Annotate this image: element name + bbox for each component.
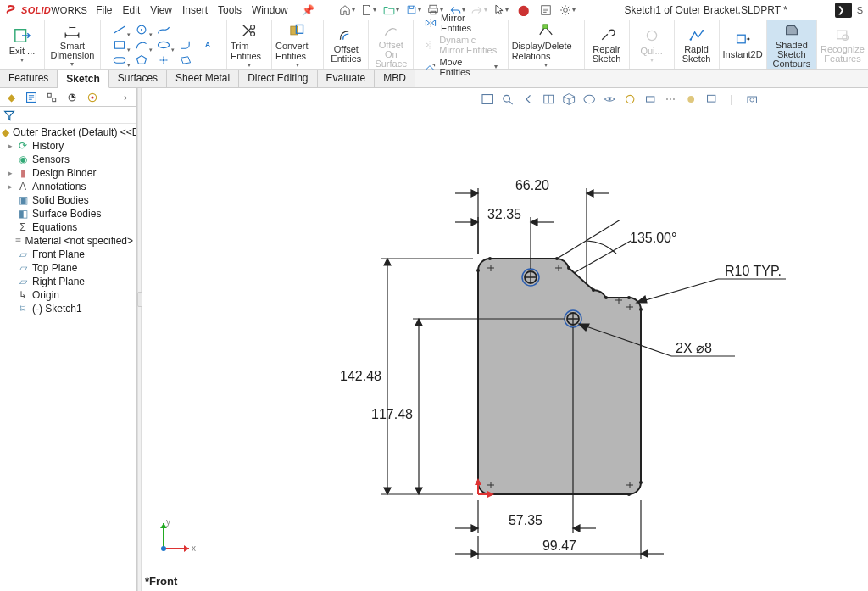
tree-annotations[interactable]: ▸AAnnotations	[0, 180, 136, 193]
smart-dimension-button[interactable]: ⟷ Smart Dimension	[48, 22, 97, 60]
svg-point-11	[158, 42, 169, 47]
tree-sensors[interactable]: ◉Sensors	[0, 153, 136, 166]
spline-tool-icon[interactable]	[155, 23, 172, 36]
tab-sheet-metal[interactable]: Sheet Metal	[167, 70, 239, 87]
exit-sketch-button[interactable]: Exit ...	[3, 26, 41, 56]
convert-entities-button[interactable]: Convert Entities	[275, 21, 320, 61]
display-delete-relations-button[interactable]: Display/Delete Relations	[512, 21, 581, 61]
svg-point-21	[647, 31, 656, 40]
dim-height-1[interactable]: 142.48	[340, 259, 473, 494]
menu-insert[interactable]: Insert	[182, 4, 208, 16]
tab-surfaces[interactable]: Surfaces	[109, 70, 167, 87]
tree-solid-bodies[interactable]: ▣Solid Bodies	[0, 193, 136, 207]
svg-text:135.00°: 135.00°	[630, 231, 676, 245]
rapid-sketch-button[interactable]: RapidSketch	[678, 25, 715, 64]
fillet-tool-icon[interactable]	[177, 38, 194, 52]
pin-icon[interactable]: 📌	[302, 4, 314, 16]
tree-right-plane[interactable]: ▱Right Plane	[0, 275, 136, 288]
svg-marker-66	[587, 190, 593, 197]
settings-icon[interactable]: ▾	[559, 2, 577, 19]
save-icon[interactable]: ▾	[404, 2, 423, 19]
point-tool-icon[interactable]	[155, 53, 172, 67]
tab-direct-editing[interactable]: Direct Editing	[239, 70, 317, 87]
shaded-sketch-contours-button[interactable]: Shaded SketchContours	[771, 21, 813, 69]
filter-row[interactable]	[0, 107, 136, 124]
relations-icon	[536, 21, 556, 40]
tab-sketch[interactable]: Sketch	[58, 70, 108, 88]
redo-icon[interactable]: ▾	[470, 2, 489, 19]
move-entities-button[interactable]: Move Entities▾	[424, 57, 497, 77]
view-label: *Front	[145, 575, 177, 588]
ellipse-tool-icon[interactable]: ▾	[155, 38, 172, 52]
sketch-canvas: 66.20 32.35 135.00°	[142, 88, 868, 591]
annotations-icon: A	[17, 181, 29, 192]
search-button[interactable]: S	[857, 5, 863, 15]
menu-edit[interactable]: Edit	[123, 4, 141, 16]
svg-text:32.35: 32.35	[487, 207, 521, 221]
instant2d-icon	[732, 30, 753, 48]
binder-icon: ▮	[17, 167, 29, 179]
display-manager-tab-icon[interactable]	[85, 90, 100, 105]
dim-angle[interactable]: 135.00°	[557, 220, 676, 273]
menu-file[interactable]: File	[96, 4, 112, 16]
menu-tools[interactable]: Tools	[218, 4, 242, 16]
instant2d-button[interactable]: Instant2D	[723, 30, 763, 59]
print-icon[interactable]: ▾	[426, 2, 445, 19]
slot-tool-icon[interactable]: ▾	[111, 53, 128, 67]
feature-tree-tab-icon[interactable]: ◆	[3, 90, 19, 105]
polygon-tool-icon[interactable]	[133, 53, 150, 67]
svg-point-22	[689, 38, 691, 40]
svg-point-17	[251, 31, 255, 36]
line-tool-icon[interactable]: ▾	[111, 23, 128, 36]
dim-radius[interactable]: R10 TYP.	[637, 264, 786, 303]
menu-view[interactable]: View	[150, 4, 172, 16]
svg-point-54	[476, 269, 480, 272]
circle-tool-icon[interactable]: ▾	[133, 23, 150, 36]
open-icon[interactable]: ▾	[382, 2, 401, 19]
svg-rect-0	[364, 5, 370, 14]
tree-front-plane[interactable]: ▱Front Plane	[0, 248, 136, 261]
home-icon[interactable]: ▾	[338, 2, 357, 19]
svg-marker-105	[471, 550, 478, 557]
menu-window[interactable]: Window	[252, 4, 288, 16]
svg-marker-77	[637, 296, 647, 303]
arc-tool-icon[interactable]: ▾	[133, 38, 150, 52]
offset-entities-button[interactable]: OffsetEntities	[327, 25, 364, 64]
dynamic-mirror-button: Dynamic Mirror Entities	[424, 35, 497, 55]
command-prompt-icon[interactable]: ❯_	[835, 3, 852, 18]
tab-evaluate[interactable]: Evaluate	[318, 70, 376, 87]
undo-icon[interactable]: ▾	[448, 2, 467, 19]
plane-tool-icon[interactable]	[177, 53, 194, 67]
configuration-tab-icon[interactable]	[44, 90, 59, 105]
tree-design-binder[interactable]: ▸▮Design Binder	[0, 166, 136, 180]
expand-panel-icon[interactable]: ›	[118, 90, 133, 105]
property-manager-tab-icon[interactable]	[24, 90, 39, 105]
tree-root[interactable]: ◆ Outer Bracket (Default) <<Def	[0, 125, 136, 139]
tree-origin[interactable]: ↳Origin	[0, 288, 136, 302]
rectangle-tool-icon[interactable]: ▾	[111, 38, 128, 52]
tree-surface-bodies[interactable]: ◧Surface Bodies	[0, 207, 136, 220]
options-icon[interactable]	[537, 2, 555, 19]
text-tool-icon[interactable]: A	[199, 38, 216, 52]
tree-material[interactable]: ≡Material <not specified>	[0, 234, 136, 248]
trim-entities-button[interactable]: Trim Entities	[231, 21, 268, 61]
exit-sketch-icon	[12, 26, 32, 45]
repair-sketch-button[interactable]: RepairSketch	[588, 25, 626, 64]
svg-rect-10	[114, 41, 124, 47]
select-icon[interactable]: ▾	[492, 2, 511, 19]
offset-icon	[336, 25, 356, 44]
graphics-viewport[interactable]: ⋯ |	[142, 88, 868, 591]
dim-bottom-width[interactable]: 99.47	[455, 500, 664, 559]
tree-sketch1[interactable]: ⌑(-) Sketch1	[0, 302, 136, 315]
tab-mbd[interactable]: MBD	[375, 70, 415, 87]
tree-equations[interactable]: ΣEquations	[0, 220, 136, 234]
plane-icon: ▱	[17, 262, 29, 274]
dimxpert-tab-icon[interactable]	[64, 90, 80, 105]
svg-marker-93	[415, 488, 422, 494]
tab-features[interactable]: Features	[0, 70, 58, 87]
rebuild-icon[interactable]: ⬤	[515, 2, 533, 19]
tree-history[interactable]: ▸⟳History	[0, 139, 136, 153]
tree-top-plane[interactable]: ▱Top Plane	[0, 261, 136, 275]
material-icon: ≡	[14, 235, 22, 247]
new-icon[interactable]: ▾	[360, 2, 379, 19]
